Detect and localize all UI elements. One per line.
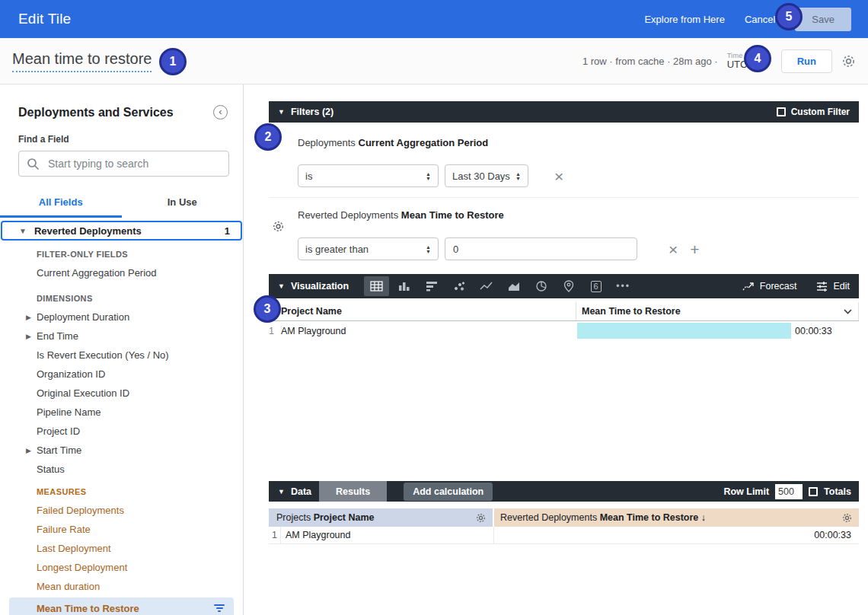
tile-title[interactable]: Mean time to restore — [12, 50, 152, 72]
filter2-operator-select[interactable]: is greater than ▲▼ — [298, 237, 439, 260]
collapse-view-icon[interactable]: ▼ — [19, 227, 27, 235]
field-pipeline-name[interactable]: Pipeline Name — [0, 403, 243, 422]
expand-arrow-icon[interactable]: ▶ — [26, 447, 31, 454]
field-is-revert-execution[interactable]: Is Revert Execution (Yes / No) — [0, 346, 243, 365]
results-data-table: Projects Project Name Reverted Deploymen… — [269, 508, 859, 544]
viz-type-map-icon[interactable] — [556, 276, 581, 296]
remove-filter1-icon[interactable]: × — [554, 168, 563, 184]
field-start-time[interactable]: ▶Start Time — [0, 441, 243, 460]
field-original-execution-id[interactable]: Original Execution ID — [0, 384, 243, 403]
viz-type-area-icon[interactable] — [501, 276, 526, 296]
custom-filter-label: Custom Filter — [791, 107, 850, 117]
tab-all-fields[interactable]: All Fields — [0, 196, 122, 218]
filter2-field-label: Reverted Deployments Mean Time to Restor… — [298, 209, 859, 221]
row-limit-input[interactable] — [775, 484, 803, 499]
collapse-visualization[interactable]: ▼ Visualization — [278, 281, 349, 292]
data-col-mean-time-to-restore[interactable]: Reverted Deployments Mean Time to Restor… — [494, 508, 859, 527]
viz-more-types-icon[interactable]: ••• — [611, 276, 636, 296]
query-settings-gear-icon[interactable] — [841, 54, 856, 69]
viz-col-mean-time-to-restore[interactable]: Mean Time to Restore — [582, 306, 681, 317]
column-menu-chevron-icon[interactable] — [844, 309, 852, 314]
collapse-filters-icon[interactable]: ▼ — [278, 108, 285, 116]
viz-type-scatter-icon[interactable] — [446, 276, 471, 296]
window-title: Edit Tile — [18, 11, 71, 27]
save-button[interactable]: Save — [795, 8, 851, 31]
expand-arrow-icon[interactable]: ▶ — [26, 314, 31, 321]
run-button[interactable]: Run — [781, 49, 832, 73]
field-project-id[interactable]: Project ID — [0, 422, 243, 441]
column-gear-icon[interactable] — [841, 512, 853, 524]
tab-in-use[interactable]: In Use — [122, 196, 244, 218]
field-picker-sidebar: Deployments and Services ‹ Find a Field … — [0, 84, 244, 615]
explore-from-here-link[interactable]: Explore from Here — [644, 14, 724, 25]
expand-arrow-icon[interactable]: ▶ — [26, 333, 31, 340]
forecast-icon — [742, 282, 755, 292]
forecast-button[interactable]: Forecast — [742, 281, 797, 292]
totals-label: Totals — [824, 486, 851, 497]
viz-type-pie-icon[interactable] — [528, 276, 554, 296]
select-stepper-icon: ▲▼ — [426, 172, 431, 180]
field-mean-duration[interactable]: Mean duration — [0, 577, 243, 596]
field-deployment-duration[interactable]: ▶Deployment Duration — [0, 308, 243, 327]
custom-filter-checkbox[interactable] — [777, 107, 786, 116]
add-calculation-button[interactable]: Add calculation — [404, 483, 493, 501]
filter1-value-select[interactable]: Last 30 Days ▲▼ — [445, 164, 528, 187]
column-gear-icon[interactable] — [475, 512, 487, 524]
filter2-gear-icon[interactable] — [272, 220, 285, 235]
explore-main-panel: ▼ Filters (2) Custom Filter Deployments … — [244, 84, 868, 615]
data-table-row[interactable]: 1 AM Playground 00:00:33 — [269, 527, 859, 544]
edit-visualization-button[interactable]: Edit — [816, 281, 850, 292]
field-organization-id[interactable]: Organization ID — [0, 365, 243, 384]
annotation-badge-3: 3 — [254, 295, 281, 323]
results-tab[interactable]: Results — [319, 481, 387, 502]
data-cell-value: 00:00:33 — [494, 530, 859, 540]
viz-cell-value: 00:00:33 — [795, 326, 832, 336]
collapse-visualization-icon[interactable]: ▼ — [278, 282, 285, 290]
field-longest-deployment[interactable]: Longest Deployment — [0, 558, 243, 577]
section-dimensions: DIMENSIONS — [0, 288, 243, 308]
row-limit-label: Row Limit — [723, 486, 769, 497]
add-filter-value-icon[interactable]: + — [690, 241, 699, 257]
viz-table-row[interactable]: 1 AM Playground 00:00:33 — [269, 321, 859, 340]
explore-name: Deployments and Services — [18, 106, 174, 119]
field-current-aggregation-period[interactable]: Current Aggregation Period — [0, 263, 243, 282]
field-mean-time-to-restore-selected[interactable]: Mean Time to Restore — [9, 597, 234, 615]
visualization-table: Project Name Mean Time to Restore 1 AM P… — [269, 302, 859, 340]
field-status[interactable]: Status — [0, 460, 243, 479]
collapse-sidebar-icon[interactable]: ‹ — [213, 105, 228, 119]
collapse-data-icon[interactable]: ▼ — [278, 488, 285, 496]
viz-type-column-icon[interactable] — [391, 276, 416, 296]
viz-type-single-value-icon[interactable]: 6 — [583, 276, 608, 296]
field-failed-deployments[interactable]: Failed Deployments — [0, 501, 243, 520]
annotation-badge-2: 2 — [254, 123, 282, 151]
section-filter-only-fields: FILTER-ONLY FIELDS — [0, 244, 243, 263]
field-last-deployment[interactable]: Last Deployment — [0, 539, 243, 558]
cancel-button[interactable]: Cancel — [745, 14, 775, 25]
annotation-badge-5: 5 — [775, 3, 803, 30]
data-cell-project: AM Playground — [281, 527, 494, 543]
select-stepper-icon: ▲▼ — [515, 172, 521, 180]
edit-tile-header: Edit Tile Explore from Here Cancel Save — [0, 0, 868, 38]
totals-checkbox[interactable] — [809, 487, 818, 496]
cell-visualization-bar — [577, 323, 791, 339]
field-failure-rate[interactable]: Failure Rate — [0, 520, 243, 539]
select-stepper-icon: ▲▼ — [426, 245, 431, 253]
view-reverted-deployments[interactable]: ▼ Reverted Deployments 1 — [1, 221, 242, 241]
filters-section-header[interactable]: ▼ Filters (2) Custom Filter — [269, 101, 859, 123]
field-end-time[interactable]: ▶End Time — [0, 327, 243, 346]
fields-in-use-count: 1 — [225, 225, 230, 237]
filter-by-field-icon[interactable] — [214, 604, 225, 612]
field-search-input[interactable] — [48, 158, 221, 170]
remove-filter2-icon[interactable]: × — [669, 241, 678, 257]
viz-type-table-icon[interactable] — [364, 276, 389, 296]
viz-type-bar-icon[interactable] — [419, 276, 444, 296]
field-search-box[interactable] — [18, 151, 229, 177]
viz-col-project-name[interactable]: Project Name — [281, 306, 342, 317]
filter1-field-label: Deployments Current Aggregation Period — [298, 137, 859, 148]
filter1-operator-select[interactable]: is ▲▼ — [298, 164, 439, 187]
data-col-project-name[interactable]: Projects Project Name — [269, 508, 494, 527]
filter2-value-input[interactable] — [445, 237, 637, 260]
section-measures: MEASURES — [0, 482, 243, 501]
viz-type-line-icon[interactable] — [474, 276, 499, 296]
data-section-header: ▼ Data Results Add calculation Row Limit… — [269, 481, 859, 502]
